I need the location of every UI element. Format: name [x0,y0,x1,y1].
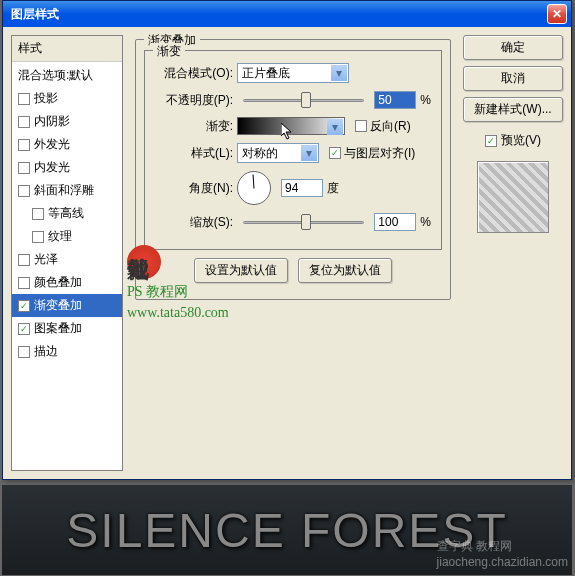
checkbox-icon [18,162,30,174]
checkbox-icon [32,208,44,220]
opacity-slider[interactable] [243,99,364,102]
reverse-label: 反向(R) [370,118,411,135]
style-combo[interactable]: 对称的 ▾ [237,143,319,163]
chevron-down-icon: ▾ [331,65,347,81]
style-item-label: 斜面和浮雕 [34,182,94,199]
style-item[interactable]: 纹理 [12,225,122,248]
blending-options-label: 混合选项:默认 [18,67,93,84]
window-title: 图层样式 [7,6,547,23]
checkbox-icon [18,300,30,312]
checkbox-icon [18,185,30,197]
style-value: 对称的 [242,145,278,162]
style-item-label: 纹理 [48,228,72,245]
scale-label: 缩放(S): [155,214,233,231]
opacity-input[interactable]: 50 [374,91,416,109]
new-style-button[interactable]: 新建样式(W)... [463,97,563,122]
cancel-button[interactable]: 取消 [463,66,563,91]
style-item-label: 等高线 [48,205,84,222]
scale-unit: % [420,215,431,229]
preview-label: 预览(V) [501,132,541,149]
blend-mode-value: 正片叠底 [242,65,290,82]
checkbox-icon [18,346,30,358]
style-item-label: 投影 [34,90,58,107]
style-item[interactable]: 内发光 [12,156,122,179]
reset-default-button[interactable]: 复位为默认值 [298,258,392,283]
style-item-label: 颜色叠加 [34,274,82,291]
chevron-down-icon: ▾ [301,145,317,161]
titlebar: 图层样式 ✕ [3,1,571,27]
styles-header: 样式 [12,36,122,62]
slider-thumb[interactable] [301,214,311,230]
opacity-unit: % [420,93,431,107]
style-item[interactable]: 描边 [12,340,122,363]
style-item-label: 描边 [34,343,58,360]
checkbox-icon [329,147,341,159]
scale-slider[interactable] [243,221,364,224]
checkbox-icon [18,277,30,289]
ok-button[interactable]: 确定 [463,35,563,60]
align-label: 与图层对齐(I) [344,145,415,162]
style-label: 样式(L): [155,145,233,162]
style-item[interactable]: 投影 [12,87,122,110]
result-preview: SILENCE FOREST 查字典 教程网 jiaocheng.chazidi… [2,485,572,575]
style-item[interactable]: 内阴影 [12,110,122,133]
style-item-label: 图案叠加 [34,320,82,337]
close-button[interactable]: ✕ [547,4,567,24]
style-item[interactable]: 颜色叠加 [12,271,122,294]
angle-dial[interactable] [237,171,271,205]
blend-mode-label: 混合模式(O): [155,65,233,82]
inner-group-title: 渐变 [153,43,185,60]
style-item-label: 内阴影 [34,113,70,130]
credit: 查字典 教程网 jiaocheng.chazidian.com [437,538,568,569]
checkbox-icon [18,116,30,128]
style-item[interactable]: 图案叠加 [12,317,122,340]
blend-mode-combo[interactable]: 正片叠底 ▾ [237,63,349,83]
gradient-picker[interactable]: ▾ [237,117,345,135]
style-item[interactable]: 渐变叠加 [12,294,122,317]
checkbox-icon [32,231,44,243]
checkbox-icon [18,93,30,105]
style-item[interactable]: 等高线 [12,202,122,225]
style-item-label: 光泽 [34,251,58,268]
action-panel: 确定 取消 新建样式(W)... 预览(V) [463,35,563,471]
styles-list: 样式 混合选项:默认 投影内阴影外发光内发光斜面和浮雕等高线纹理光泽颜色叠加渐变… [11,35,123,471]
style-item[interactable]: 光泽 [12,248,122,271]
style-item-label: 外发光 [34,136,70,153]
scale-input[interactable]: 100 [374,213,416,231]
checkbox-icon [18,139,30,151]
style-item[interactable]: 斜面和浮雕 [12,179,122,202]
style-item-label: 渐变叠加 [34,297,82,314]
preview-thumbnail [477,161,549,233]
set-default-button[interactable]: 设置为默认值 [194,258,288,283]
reverse-checkbox[interactable]: 反向(R) [355,118,411,135]
angle-unit: 度 [327,180,339,197]
angle-input[interactable]: 94 [281,179,323,197]
blending-options-row[interactable]: 混合选项:默认 [12,64,122,87]
checkbox-icon [485,135,497,147]
settings-panel: 渐变叠加 渐变 混合模式(O): 正片叠底 ▾ 不透明度(P): [131,35,455,471]
angle-label: 角度(N): [155,180,233,197]
chevron-down-icon: ▾ [327,119,343,135]
checkbox-icon [18,323,30,335]
gradient-label: 渐变: [155,118,233,135]
opacity-label: 不透明度(P): [155,92,233,109]
align-checkbox[interactable]: 与图层对齐(I) [329,145,415,162]
style-item-label: 内发光 [34,159,70,176]
preview-checkbox[interactable]: 预览(V) [463,132,563,149]
slider-thumb[interactable] [301,92,311,108]
checkbox-icon [18,254,30,266]
close-icon: ✕ [552,7,562,21]
style-item[interactable]: 外发光 [12,133,122,156]
checkbox-icon [355,120,367,132]
